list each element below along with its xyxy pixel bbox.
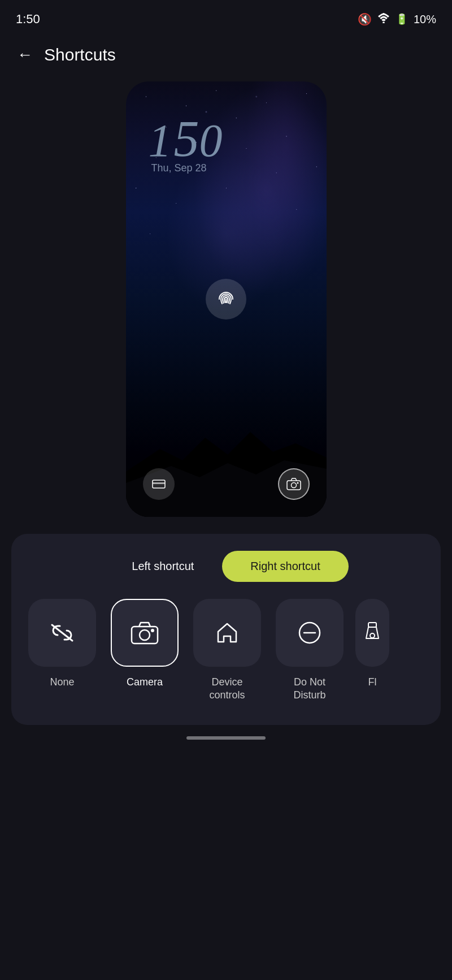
svg-point-0	[383, 21, 385, 23]
svg-point-9	[140, 630, 150, 640]
status-bar: 1:50 🔇 🔋 10%	[0, 0, 452, 34]
phone-preview-container: 150 Thu, Sep 28	[0, 81, 452, 517]
mountains	[126, 404, 327, 517]
svg-point-7	[297, 482, 298, 484]
back-button[interactable]: ←	[17, 46, 33, 64]
shortcut-dnd-label: Do Not Disturb	[293, 676, 325, 702]
home-indicator	[0, 725, 452, 745]
shortcut-camera-icon-box	[111, 599, 179, 667]
shortcut-dnd[interactable]: Do Not Disturb	[273, 599, 346, 702]
svg-point-10	[151, 629, 154, 632]
wifi-icon	[377, 13, 390, 26]
shortcut-camera[interactable]: Camera	[108, 599, 181, 702]
shortcut-flashlight-label: Fl	[368, 676, 377, 689]
shortcut-flashlight[interactable]: Fl	[355, 599, 389, 702]
phone-preview: 150 Thu, Sep 28	[126, 81, 327, 517]
svg-rect-8	[132, 627, 158, 644]
right-shortcut-tab[interactable]: Right shortcut	[222, 551, 348, 582]
svg-rect-13	[368, 623, 376, 627]
svg-rect-4	[153, 482, 165, 484]
phone-bottom-shortcuts	[126, 468, 327, 500]
shortcut-flashlight-icon-box	[355, 599, 389, 667]
shortcuts-row: None Camera Device controls	[23, 599, 429, 702]
battery-icon: 🔋	[395, 13, 408, 25]
bottom-panel: Left shortcut Right shortcut None	[11, 534, 441, 725]
fingerprint-button[interactable]	[206, 279, 246, 320]
shortcut-device-controls[interactable]: Device controls	[190, 599, 264, 702]
header: ← Shortcuts	[0, 34, 452, 76]
status-time: 1:50	[16, 12, 40, 27]
shortcut-dnd-icon-box	[276, 599, 344, 667]
tab-switcher: Left shortcut Right shortcut	[23, 551, 429, 582]
page-title: Shortcuts	[44, 45, 116, 64]
shortcut-none-icon-box	[28, 599, 96, 667]
phone-clock: 150 Thu, Sep 28	[126, 110, 327, 174]
shortcut-device-controls-label: Device controls	[209, 676, 245, 702]
svg-rect-5	[287, 481, 301, 490]
phone-left-shortcut	[143, 468, 175, 500]
left-shortcut-tab[interactable]: Left shortcut	[103, 551, 222, 582]
mute-icon: 🔇	[358, 12, 372, 26]
phone-right-shortcut	[278, 468, 310, 500]
home-bar	[186, 736, 266, 740]
shortcut-camera-label: Camera	[127, 676, 163, 689]
shortcut-none[interactable]: None	[25, 599, 99, 702]
phone-clock-date: Thu, Sep 28	[149, 162, 327, 174]
svg-point-14	[370, 633, 375, 638]
battery-text: 10%	[414, 13, 436, 26]
svg-point-6	[291, 483, 296, 488]
shortcut-device-controls-icon-box	[193, 599, 261, 667]
shortcut-none-label: None	[50, 676, 74, 689]
status-icons: 🔇 🔋 10%	[358, 12, 436, 26]
phone-clock-time: 150	[149, 110, 327, 168]
